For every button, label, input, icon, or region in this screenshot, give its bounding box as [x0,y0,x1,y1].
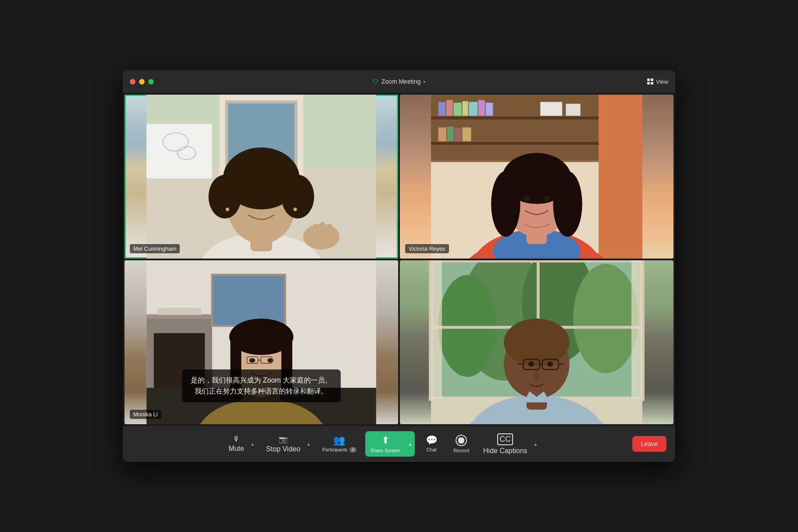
mute-button[interactable]: 🎙 Mute [223,432,248,456]
zoom-window: 🛡 Zoom Meeting ▾ View [123,70,675,462]
leave-button[interactable]: Leave [632,436,666,452]
view-label: View [656,78,668,85]
svg-rect-90 [431,260,442,399]
record-button[interactable]: ⏺ Record [448,431,474,457]
toolbar-right: Leave [632,436,666,452]
share-screen-button-group: ⬆ Share Screen ▲ [365,431,415,457]
participants-button[interactable]: 👥 Participants 4 [317,432,362,456]
participants-icon: 👥 [333,436,345,445]
video-tile-james [400,260,673,424]
minimize-button[interactable] [139,79,145,85]
titlebar: 🛡 Zoom Meeting ▾ View [123,70,675,93]
stop-video-button-group: 📷 Stop Video ▲ [261,432,314,457]
svg-rect-34 [469,102,477,116]
chat-label: Chat [426,447,436,452]
svg-point-24 [226,208,229,211]
record-label: Record [453,448,469,453]
svg-rect-41 [540,102,562,116]
subtitle-overlay: 是的，我们很高兴成为 Zoom 大家庭的一员。 我们正在努力支持多种语言的转录和… [182,369,341,402]
svg-point-54 [538,164,564,186]
share-arrow-button[interactable]: ▲ [405,431,415,457]
subtitle-line2: 我们正在努力支持多种语言的转录和翻译。 [191,386,332,397]
svg-point-53 [509,164,535,186]
hide-captions-button[interactable]: CC Hide Captions [478,430,531,458]
svg-point-56 [543,196,550,201]
video-tile-monika: Monika Li 是的，我们很高兴成为 Zoom 大家庭的一员。 我们正在努力… [125,260,398,424]
svg-rect-61 [157,308,201,315]
svg-point-85 [438,275,497,377]
video-grid: Mel Cunningham [123,93,675,426]
meeting-title: Zoom Meeting [381,78,420,85]
stop-video-label: Stop Video [266,445,300,453]
captions-arrow-button[interactable]: ▲ [531,430,541,458]
maximize-button[interactable] [148,79,154,85]
svg-rect-35 [478,100,485,116]
svg-point-103 [547,362,553,367]
svg-point-84 [573,264,639,373]
svg-rect-23 [327,224,332,238]
svg-rect-40 [462,128,471,142]
video-tile-mel: Mel Cunningham [125,95,398,259]
view-grid-icon [647,78,653,85]
monika-name-label: Monika Li [130,410,161,419]
hide-captions-label: Hide Captions [483,447,527,455]
svg-point-19 [269,199,276,205]
captions-icon: CC [497,433,513,445]
svg-rect-62 [212,275,285,326]
captions-button-group: CC Hide Captions ▲ [478,430,540,458]
svg-rect-30 [438,102,446,116]
video-camera-icon: 📷 [279,435,288,443]
svg-rect-39 [454,128,462,141]
view-button[interactable]: View [647,78,668,85]
mel-name-label: Mel Cunningham [130,244,180,253]
victoria-video-feed [400,95,673,259]
chat-button[interactable]: 💬 Chat [418,432,445,456]
share-screen-label: Share Screen [370,448,400,453]
svg-rect-32 [454,103,462,116]
victoria-name-label: Victoria Reyes [405,244,449,253]
svg-rect-91 [631,260,642,399]
share-screen-button[interactable]: ⬆ Share Screen [365,431,405,457]
mute-label: Mute [228,445,244,453]
svg-point-25 [293,208,297,211]
record-icon: ⏺ [456,435,467,446]
traffic-lights [130,79,154,85]
titlebar-center: 🛡 Zoom Meeting ▾ [373,78,425,85]
svg-point-17 [243,160,279,182]
svg-point-18 [247,199,254,205]
svg-point-75 [249,358,255,363]
svg-point-102 [528,362,534,367]
svg-point-76 [267,358,273,363]
svg-rect-38 [447,127,454,141]
participants-label: Participants 4 [322,447,356,452]
svg-rect-36 [486,103,493,116]
mute-button-group: 🎙 Mute ▲ [223,432,257,456]
mute-arrow-button[interactable]: ▲ [248,432,257,456]
svg-rect-37 [438,128,446,142]
svg-rect-22 [320,222,325,238]
james-video-feed [400,260,673,424]
svg-point-55 [524,196,530,201]
video-tile-victoria: Victoria Reyes [400,95,673,259]
subtitle-line1: 是的，我们很高兴成为 Zoom 大家庭的一员。 [191,375,332,386]
close-button[interactable] [130,79,135,85]
svg-rect-42 [566,104,580,116]
microphone-icon: 🎙 [233,435,240,443]
svg-rect-33 [462,101,468,116]
svg-rect-43 [598,95,642,259]
video-arrow-button[interactable]: ▲ [304,432,314,457]
share-screen-icon: ⬆ [381,435,389,446]
stop-video-button[interactable]: 📷 Stop Video [261,432,304,457]
toolbar-center: 🎙 Mute ▲ 📷 Stop Video ▲ 👥 Participants 4 [132,430,632,458]
title-chevron-icon: ▾ [423,79,425,84]
toolbar: 🎙 Mute ▲ 📷 Stop Video ▲ 👥 Participants 4 [123,426,675,462]
svg-rect-31 [446,100,453,116]
svg-rect-21 [312,224,317,238]
mel-video-feed [125,95,398,259]
security-shield-icon: 🛡 [373,78,379,85]
chat-icon: 💬 [426,436,438,445]
